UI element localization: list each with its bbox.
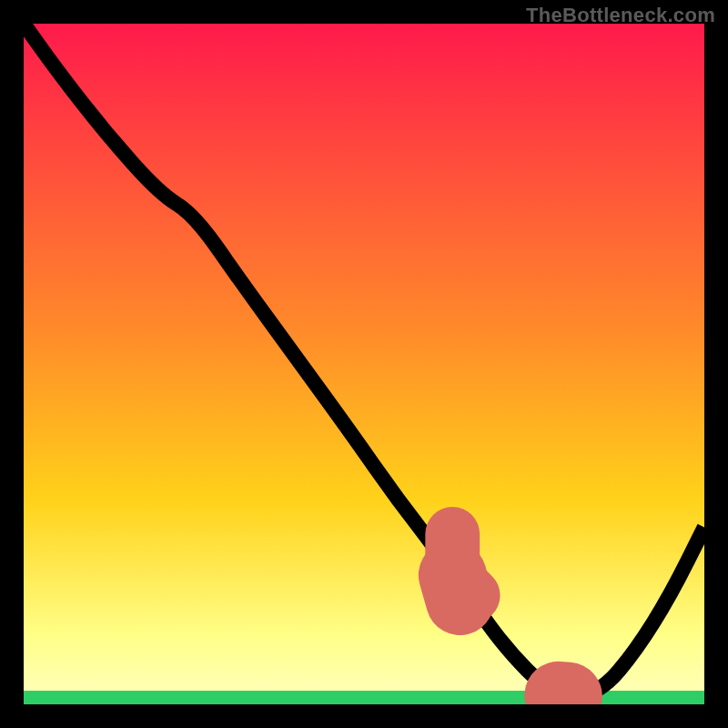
plot-area	[24, 24, 704, 704]
chart-frame: TheBottleneck.com	[0, 0, 728, 728]
chart-svg	[24, 24, 704, 704]
watermark-text: TheBottleneck.com	[526, 4, 715, 27]
gradient-background	[24, 24, 704, 704]
